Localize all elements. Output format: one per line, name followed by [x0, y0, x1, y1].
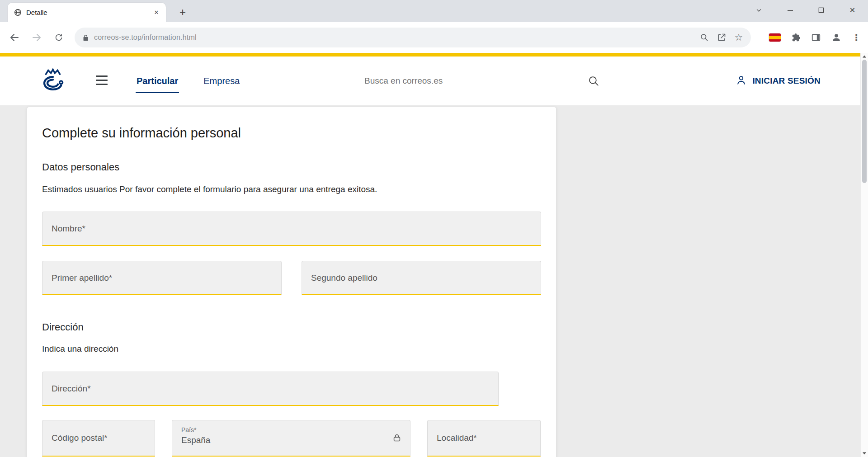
login-button[interactable]: INICIAR SESIÓN	[736, 57, 821, 105]
codigo-postal-input[interactable]	[42, 420, 155, 457]
address-bar[interactable]: correos-se.top/information.html ☆	[75, 28, 751, 47]
window-chevron-icon[interactable]	[743, 0, 774, 20]
page-viewport: Particular Empresa INICIAR SESIÓN Comple…	[0, 57, 860, 457]
address-details-row: País* España	[42, 420, 541, 457]
login-label: INICIAR SESIÓN	[752, 76, 821, 86]
window-minimize-button[interactable]	[774, 0, 806, 20]
side-panel-icon[interactable]	[811, 33, 821, 42]
nav-tab-empresa[interactable]: Empresa	[203, 76, 240, 86]
correos-yellow-bar	[0, 53, 860, 57]
direccion-input[interactable]	[42, 372, 499, 406]
spain-flag-extension-icon[interactable]	[769, 33, 781, 42]
tab-strip: Detalle ✕ + ✕	[0, 0, 868, 22]
browser-tab[interactable]: Detalle ✕	[8, 3, 166, 22]
bookmark-star-icon[interactable]: ☆	[730, 29, 747, 46]
form-title: Complete su información personal	[42, 126, 541, 141]
tab-close-icon[interactable]: ✕	[151, 8, 161, 18]
new-tab-button[interactable]: +	[176, 5, 189, 19]
scrollbar-up-arrow-icon[interactable]	[861, 53, 868, 60]
scrollbar-down-arrow-icon[interactable]	[861, 450, 868, 457]
nav-tab-particular[interactable]: Particular	[137, 76, 178, 86]
window-close-button[interactable]: ✕	[837, 0, 868, 20]
form-card: Complete su información personal Datos p…	[27, 107, 557, 457]
search-icon[interactable]	[588, 75, 599, 87]
nombre-input[interactable]	[42, 212, 541, 246]
url-text[interactable]: correos-se.top/information.html	[94, 33, 696, 42]
direccion-heading: Dirección	[42, 321, 541, 333]
personal-intro: Estimados usuarios Por favor complete el…	[42, 184, 541, 194]
site-header: Particular Empresa INICIAR SESIÓN	[0, 57, 860, 105]
field-lock-icon	[392, 433, 402, 443]
share-icon[interactable]	[713, 29, 730, 46]
scrollbar-thumb[interactable]	[862, 60, 867, 183]
pais-label: País*	[181, 426, 401, 433]
window-maximize-button[interactable]	[806, 0, 837, 20]
site-search	[364, 57, 599, 105]
search-input[interactable]	[364, 76, 583, 86]
browser-toolbar: correos-se.top/information.html ☆ ⋮	[0, 22, 868, 53]
pais-value: España	[181, 435, 401, 445]
zoom-icon[interactable]	[696, 29, 713, 46]
content-area: Complete su información personal Datos p…	[0, 105, 860, 457]
toolbar-extensions-area: ⋮	[769, 32, 868, 43]
back-button[interactable]	[5, 28, 24, 47]
tab-title: Detalle	[26, 9, 147, 16]
profile-avatar-icon[interactable]	[831, 32, 842, 43]
menu-dots-icon[interactable]: ⋮	[852, 32, 861, 43]
primer-apellido-input[interactable]	[42, 261, 282, 295]
user-icon	[736, 75, 747, 88]
direccion-intro: Indica una dirección	[42, 344, 541, 354]
pais-field[interactable]: País* España	[172, 420, 410, 457]
forward-button[interactable]	[28, 28, 46, 47]
lock-icon	[82, 34, 90, 42]
window-controls: ✕	[743, 0, 868, 20]
hamburger-menu-icon[interactable]	[96, 75, 108, 85]
personal-heading: Datos personales	[42, 161, 541, 173]
correos-logo[interactable]	[39, 67, 67, 95]
reload-button[interactable]	[50, 28, 68, 47]
globe-favicon-icon	[14, 9, 22, 16]
apellidos-row	[42, 261, 541, 295]
localidad-input[interactable]	[427, 420, 541, 457]
main-nav: Particular Empresa	[137, 57, 240, 105]
page-scrollbar[interactable]	[860, 53, 868, 457]
extensions-puzzle-icon[interactable]	[791, 33, 801, 43]
segundo-apellido-input[interactable]	[302, 261, 541, 295]
